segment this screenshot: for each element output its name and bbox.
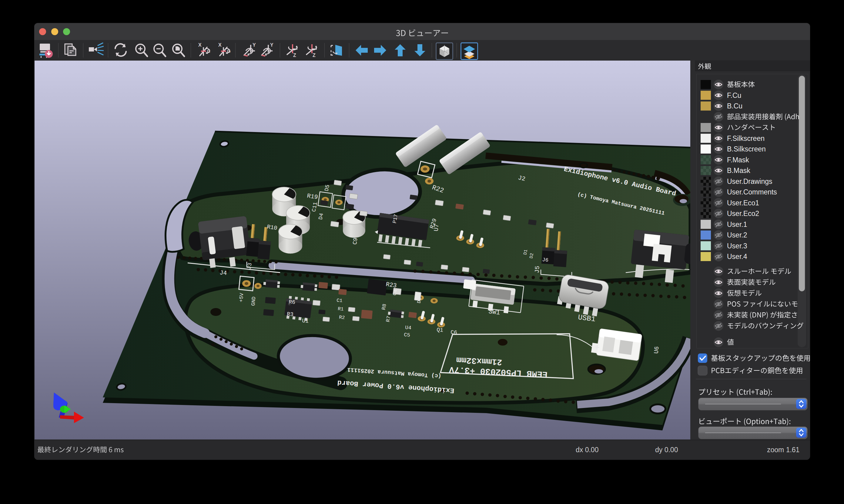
svg-text:Z: Z [313,53,315,58]
svg-text:J2: J2 [517,174,526,182]
svg-text:D3: D3 [416,297,423,304]
svg-text:C9: C9 [352,237,359,245]
svg-text:J5: J5 [534,266,541,273]
svg-text:C5: C5 [404,332,411,338]
svg-text:Y: Y [270,42,273,48]
svg-text:G: G [227,49,231,54]
svg-text:D5: D5 [324,184,330,192]
svg-text:J6: J6 [542,257,548,263]
svg-text:R8: R8 [381,303,387,310]
svg-text:Y: Y [253,42,256,48]
svg-text:X: X [198,42,202,48]
svg-text:R1: R1 [338,306,344,312]
svg-text:SW1: SW1 [488,308,500,316]
svg-text:+5V: +5V [238,293,245,303]
svg-text:R7: R7 [385,315,392,322]
svg-text:R3: R3 [287,311,294,318]
svg-text:U1: U1 [302,318,309,324]
svg-text:X: X [218,42,222,48]
svg-text:GND: GND [251,296,257,306]
svg-text:Q1: Q1 [436,327,444,333]
svg-text:C1: C1 [337,298,343,304]
svg-text:C6: C6 [450,329,458,336]
svg-text:J4: J4 [220,269,227,277]
svg-text:R2: R2 [339,315,345,321]
svg-text:U4: U4 [405,325,412,331]
svg-text:R6: R6 [289,299,296,305]
svg-text:D2: D2 [529,253,535,259]
svg-text:U7: U7 [433,223,440,231]
svg-text:U6: U6 [653,346,660,354]
svg-text:C4: C4 [392,289,398,296]
svg-text:D4: D4 [317,213,324,220]
svg-text:J3: J3 [246,262,253,270]
svg-text:Z: Z [293,53,296,58]
svg-text:D1: D1 [523,249,529,255]
svg-text:C: C [207,49,210,54]
